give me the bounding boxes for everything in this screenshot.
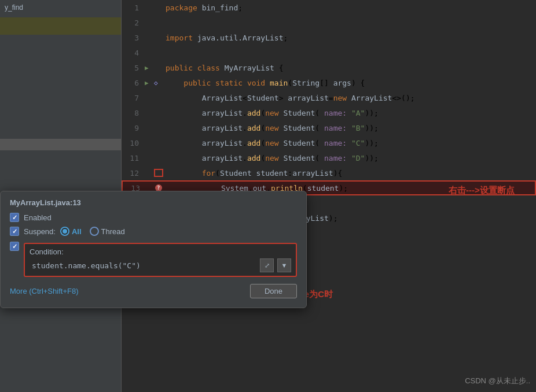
code-content-12: for(Student student:arrayList){ xyxy=(163,169,536,177)
code-line-2: 2 xyxy=(122,15,536,30)
line-bp-12 xyxy=(154,169,163,177)
line-num-5: 5 xyxy=(122,64,145,72)
ide-area: y_find 1 package bin_find; 2 3 import ja… xyxy=(0,0,536,392)
annotation-breakpoint: 右击--->设置断点 xyxy=(449,185,515,196)
radio-all-label: All xyxy=(72,227,82,236)
line-num-12: 12 xyxy=(122,169,145,177)
enabled-row: Enabled xyxy=(10,213,297,222)
code-line-8: 8 arrayList.add(new Student( name: "A"))… xyxy=(122,105,536,120)
code-content-7: ArrayList<Student> arrayList=new ArrayLi… xyxy=(163,94,536,102)
line-num-1: 1 xyxy=(122,3,145,12)
done-button[interactable]: Done xyxy=(250,284,297,298)
code-line-6: 6 ▶ ◇ public static void main(String[] a… xyxy=(122,75,536,90)
line-num-7: 7 xyxy=(122,94,145,102)
code-content-5: public class MyArrayList { xyxy=(163,64,536,72)
suspend-checkbox[interactable] xyxy=(10,227,19,236)
line-arrow-6: ▶ xyxy=(145,79,154,87)
line-arrow-5: ▶ xyxy=(145,64,154,72)
code-content-8: arrayList.add(new Student( name: "A")); xyxy=(163,109,536,117)
line-num-9: 9 xyxy=(122,124,145,132)
watermark: CSDN @从未止步.. xyxy=(465,376,530,386)
dialog-footer: More (Ctrl+Shift+F8) Done xyxy=(10,284,297,298)
code-line-12: 12 for(Student student:arrayList){ xyxy=(122,165,536,180)
condition-box: Condition: ⤢ ▼ xyxy=(24,243,297,277)
line-bp-6: ◇ xyxy=(154,79,163,87)
sidebar-title: y_find xyxy=(0,0,121,15)
breakpoint-dot xyxy=(155,184,162,191)
enabled-checkbox[interactable] xyxy=(10,213,19,222)
condition-input-row: ⤢ ▼ xyxy=(30,258,291,272)
radio-all[interactable] xyxy=(60,227,69,236)
code-line-11: 11 arrayList.add(new Student( name: "D")… xyxy=(122,150,536,165)
condition-row: Condition: ⤢ ▼ xyxy=(10,241,297,277)
code-line-5: 5 ▶ public class MyArrayList { xyxy=(122,60,536,75)
code-content-1: package bin_find; xyxy=(163,3,536,12)
code-line-10: 10 arrayList.add(new Student( name: "C")… xyxy=(122,135,536,150)
code-line-1: 1 package bin_find; xyxy=(122,0,536,15)
dialog-title: MyArrayList.java:13 xyxy=(10,198,297,207)
line-num-6: 6 xyxy=(122,79,145,87)
line-num-8: 8 xyxy=(122,109,145,117)
code-content-10: arrayList.add(new Student( name: "C")); xyxy=(163,139,536,147)
line-num-3: 3 xyxy=(122,34,145,42)
line-num-11: 11 xyxy=(122,154,145,162)
condition-container: Condition: ⤢ ▼ xyxy=(24,241,297,277)
code-content-6: public static void main(String[] args) { xyxy=(163,79,536,87)
sidebar-yellow-block xyxy=(0,17,121,35)
radio-thread[interactable] xyxy=(90,227,99,236)
radio-thread-label: Thread xyxy=(101,227,125,236)
condition-input[interactable] xyxy=(30,260,256,271)
code-line-3: 3 import java.util.ArrayList; xyxy=(122,30,536,45)
more-link[interactable]: More (Ctrl+Shift+F8) xyxy=(10,287,78,295)
suspend-label: Suspend: xyxy=(24,227,56,236)
code-line-9: 9 arrayList.add(new Student( name: "B"))… xyxy=(122,120,536,135)
code-content-9: arrayList.add(new Student( name: "B")); xyxy=(163,124,536,132)
code-content-3: import java.util.ArrayList; xyxy=(163,34,536,42)
code-content-11: arrayList.add(new Student( name: "D")); xyxy=(163,154,536,162)
line-num-10: 10 xyxy=(122,139,145,147)
dropdown-button[interactable]: ▼ xyxy=(277,258,291,272)
breakpoint-dialog: MyArrayList.java:13 Enabled Suspend: All… xyxy=(0,191,307,308)
line-num-2: 2 xyxy=(122,19,145,27)
code-line-4: 4 xyxy=(122,45,536,60)
suspend-row: Suspend: All Thread xyxy=(10,227,297,236)
sidebar-gray-block xyxy=(0,139,121,150)
enabled-label: Enabled xyxy=(24,213,52,222)
expand-button[interactable]: ⤢ xyxy=(260,258,274,272)
code-line-7: 7 ArrayList<Student> arrayList=new Array… xyxy=(122,90,536,105)
condition-checkbox[interactable] xyxy=(10,242,19,251)
line-num-4: 4 xyxy=(122,49,145,57)
condition-label: Condition: xyxy=(30,247,291,256)
